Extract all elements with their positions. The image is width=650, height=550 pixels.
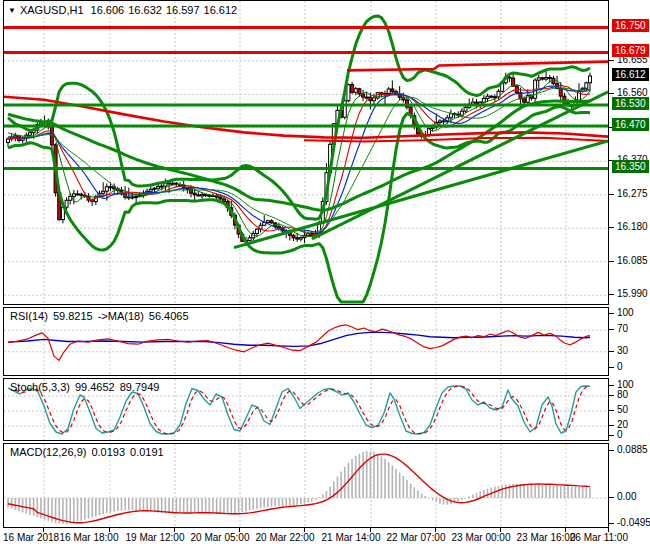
rsi-axis-label: 100 — [617, 307, 634, 318]
green-trendline — [234, 141, 608, 248]
axis-tick — [609, 395, 614, 396]
price-axis-label: 16.180 — [617, 221, 648, 232]
rsi-panel[interactable]: RSI(14)59.8215->MA(18)56.4065 — [3, 307, 609, 376]
axis-tick — [609, 385, 614, 386]
macd-label: MACD(12,26,9)0.01930.0191 — [10, 446, 169, 458]
rsi-axis-label: 0 — [617, 361, 623, 372]
price-axis-label: 16.085 — [617, 255, 648, 266]
main-chart-panel[interactable]: ▼XAGUSD,H1 16.60616.63216.59716.612 — [3, 0, 609, 305]
symbol-dropdown-icon[interactable]: ▼ — [8, 6, 16, 15]
price-level-badge: 16.470 — [612, 118, 649, 131]
rsi-axis-label: 30 — [617, 345, 628, 356]
axis-tick — [609, 93, 614, 94]
chart-window: ▼XAGUSD,H1 16.60616.63216.59716.612 RSI(… — [0, 0, 650, 550]
time-axis-label: 16 Mar 2018 — [3, 532, 59, 543]
time-axis-label: 20 Mar 05:00 — [191, 532, 250, 543]
axis-tick — [609, 410, 614, 411]
price-level-badge: 16.750 — [612, 19, 649, 32]
macd-axis-label: -0.0495 — [617, 517, 650, 528]
macd-value: 0.0193 — [91, 446, 125, 458]
ohlc-open: 16.606 — [91, 4, 125, 16]
macd-signal-value: 0.0191 — [130, 446, 164, 458]
price-axis-label: 16.275 — [617, 188, 648, 199]
macd-histogram — [8, 451, 590, 524]
ohlc-close: 16.612 — [204, 4, 238, 16]
axis-tick — [609, 425, 614, 426]
rsi-ma-line — [8, 332, 590, 346]
axis-tick — [609, 367, 614, 368]
axis-tick — [609, 194, 614, 195]
price-level-badge: 16.350 — [612, 160, 649, 173]
stochastic-panel[interactable]: Stoch(5,3,3)99.465289.7949 — [3, 378, 609, 441]
axis-tick — [609, 313, 614, 314]
rsi-axis-label: 70 — [617, 323, 628, 334]
rsi-line — [8, 325, 590, 361]
stoch-axis-label: 80 — [617, 389, 628, 400]
time-axis-label: 26 Mar 11:00 — [570, 532, 628, 543]
time-axis[interactable]: 16 Mar 201816 Mar 18:0019 Mar 12:0020 Ma… — [3, 528, 650, 550]
chart-title: ▼XAGUSD,H1 16.60616.63216.59716.612 — [8, 4, 241, 16]
symbol-period-label: XAGUSD,H1 — [20, 4, 84, 16]
stoch-axis-label: 50 — [617, 404, 628, 415]
time-axis-label: 16 Mar 18:00 — [60, 532, 119, 543]
time-axis-label: 23 Mar 00:00 — [452, 532, 511, 543]
stoch-d-line — [15, 386, 590, 434]
stoch-d-value: 89.7949 — [120, 381, 160, 393]
stoch-k-value: 99.4652 — [75, 381, 115, 393]
axis-tick — [609, 261, 614, 262]
ohlc-high: 16.632 — [128, 4, 162, 16]
macd-axis-label: 0.0885 — [617, 444, 648, 455]
rsi-value: 59.8215 — [53, 310, 93, 322]
macd-axis-label: 0.00 — [617, 491, 636, 502]
time-axis-label: 22 Mar 07:00 — [387, 532, 446, 543]
time-axis-label: 21 Mar 14:00 — [322, 532, 381, 543]
axis-tick — [609, 329, 614, 330]
time-axis-label: 23 Mar 16:00 — [517, 532, 576, 543]
time-axis-label: 19 Mar 12:00 — [126, 532, 185, 543]
stochastic-label: Stoch(5,3,3)99.465289.7949 — [10, 381, 164, 393]
stoch-k-line — [8, 386, 590, 434]
axis-tick — [609, 351, 614, 352]
rsi-label: RSI(14)59.8215->MA(18)56.4065 — [10, 310, 194, 322]
main-chart-canvas[interactable] — [4, 1, 608, 304]
axis-tick — [609, 227, 614, 228]
ma-slow-green-line — [8, 101, 590, 210]
price-level-badge: 16.612 — [612, 68, 649, 81]
axis-tick — [609, 294, 614, 295]
stoch-axis-label: 0 — [617, 429, 623, 440]
axis-tick — [609, 60, 614, 61]
long-red-ma-line — [4, 97, 608, 138]
macd-panel[interactable]: MACD(12,26,9)0.01930.0191 — [3, 443, 609, 528]
axis-tick — [609, 450, 614, 451]
price-axis-label: 15.990 — [617, 288, 648, 299]
price-level-badge: 16.679 — [612, 44, 649, 57]
axis-tick — [609, 435, 614, 436]
ohlc-low: 16.597 — [166, 4, 200, 16]
price-level-badge: 16.530 — [612, 97, 649, 110]
rsi-ma-value: 56.4065 — [149, 310, 189, 322]
time-axis-label: 20 Mar 22:00 — [256, 532, 315, 543]
axis-tick — [609, 523, 614, 524]
axis-tick — [609, 497, 614, 498]
price-axis[interactable]: 16.65516.56016.46516.37016.27516.18016.0… — [609, 0, 650, 528]
